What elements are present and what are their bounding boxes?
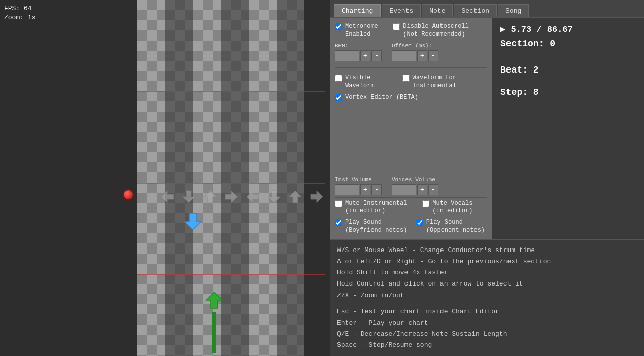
svg-marker-2 — [204, 191, 216, 203]
metronome-row: Metronome Enabled — [335, 23, 383, 39]
tab-bar: Charting Events Note Section Song — [330, 0, 644, 18]
red-line-1 — [137, 91, 325, 92]
arrow-up-2 — [285, 187, 306, 207]
arrow-down-2 — [264, 187, 284, 207]
chart-col-1 — [137, 0, 165, 356]
svg-marker-7 — [311, 191, 323, 203]
green-up-arrow — [203, 290, 225, 312]
hint-3: Hold Control and click on an arrow to se… — [337, 278, 637, 290]
inst-volume-input[interactable]: 0.6 — [335, 184, 359, 195]
offset-plus[interactable]: + — [417, 50, 427, 61]
bpm-input[interactable]: 180 — [335, 50, 359, 61]
visible-waveform-label: Visible Waveform — [345, 74, 392, 90]
hint-8: Q/E - Decrease/Increase Note Sustain Len… — [337, 329, 637, 340]
metronome-label: Metronome Enabled — [345, 23, 383, 39]
svg-marker-4 — [247, 191, 259, 203]
tab-note[interactable]: Note — [422, 4, 453, 17]
hint-spacer — [337, 301, 637, 306]
bpm-offset-row: BPM: 180 + - Offset (ms): 0 + - — [335, 43, 487, 61]
hints-area: W/S or Mouse Wheel - Change Conductor's … — [330, 239, 644, 356]
play-sound-bf-label: Play Sound (Boyfriend notes) — [345, 219, 408, 234]
arrow-down-1 — [179, 187, 199, 207]
disable-autoscroll-label: Disable Autoscroll (Not Recommended) — [403, 23, 487, 39]
bpm-plus[interactable]: + — [360, 50, 370, 61]
step-display: Step: 8 — [500, 87, 636, 97]
divider-1 — [335, 67, 487, 68]
hint-2: Hold Shift to move 4x faster — [337, 267, 637, 278]
svg-marker-9 — [206, 292, 222, 308]
inst-volume-label: Inst Volume — [335, 176, 382, 183]
hint-7: Enter - Play your chart — [337, 317, 637, 329]
mute-instrumental-checkbox[interactable] — [335, 200, 342, 207]
voices-volume-label: Voices Volume — [392, 176, 438, 183]
mute-vocals-checkbox[interactable] — [422, 200, 429, 207]
svg-marker-1 — [183, 191, 195, 203]
inst-volume-group: Inst Volume 0.6 + - — [335, 176, 382, 195]
offset-minus[interactable]: - — [428, 50, 438, 61]
waveform-instrumental-label: Waveform for Instrumental — [413, 74, 487, 90]
visible-waveform-row: Visible Waveform — [335, 74, 392, 90]
left-dark-area — [0, 0, 137, 356]
hint-4: Z/X - Zoom in/out — [337, 290, 637, 301]
svg-marker-3 — [225, 191, 238, 203]
zoom-level: Zoom: 1x — [4, 13, 36, 22]
play-sound-opp-checkbox[interactable] — [416, 219, 423, 226]
disable-autoscroll-row: Disable Autoscroll (Not Recommended) — [393, 23, 487, 39]
panel-content: Metronome Enabled Disable Autoscroll (No… — [330, 18, 644, 239]
tab-section[interactable]: Section — [454, 4, 497, 17]
arrows-row — [157, 187, 327, 207]
vortex-editor-label: Vortex Editor (BETA) — [345, 94, 418, 102]
voices-volume-minus[interactable]: - — [428, 184, 438, 195]
offset-label: Offset (ms): — [392, 43, 438, 49]
play-sound-opp-row: Play Sound (Opponent notes) — [416, 219, 487, 234]
vortex-editor-checkbox[interactable] — [335, 94, 342, 101]
arrow-left-2 — [243, 187, 263, 207]
play-sound-bf-row: Play Sound (Boyfriend notes) — [335, 219, 408, 234]
metronome-checkbox[interactable] — [335, 23, 342, 30]
arrow-right-1 — [221, 187, 242, 207]
volume-row: Inst Volume 0.6 + - Voices Volume 1 + - — [335, 176, 487, 195]
mute-vocals-row: Mute Vocals (in editor) — [422, 200, 487, 216]
right-dark-area — [304, 0, 330, 356]
time-value: 5.73 / 86.67 — [511, 25, 572, 34]
mute-vocals-label: Mute Vocals (in editor) — [432, 200, 487, 216]
red-line-2 — [137, 183, 325, 184]
tab-song[interactable]: Song — [498, 4, 529, 17]
tab-events[interactable]: Events — [382, 4, 421, 17]
chart-col-5 — [249, 0, 277, 356]
inst-volume-plus[interactable]: + — [360, 184, 370, 195]
voices-volume-input[interactable]: 1 — [392, 184, 416, 195]
visible-waveform-checkbox[interactable] — [335, 75, 342, 82]
arrow-stem — [212, 312, 216, 353]
fps-counter: FPS: 64 — [4, 4, 36, 13]
waveform-instrumental-row: Waveform for Instrumental — [402, 74, 487, 90]
offset-input[interactable]: 0 — [392, 50, 416, 61]
beat-display: Beat: 2 — [500, 65, 636, 75]
svg-marker-6 — [289, 191, 301, 203]
chart-col-2 — [165, 0, 193, 356]
bpm-group: BPM: 180 + - — [335, 43, 382, 61]
voices-volume-plus[interactable]: + — [417, 184, 427, 195]
bpm-minus[interactable]: - — [371, 50, 382, 61]
vortex-editor-row: Vortex Editor (BETA) — [335, 94, 487, 102]
chart-col-6 — [277, 0, 304, 356]
play-sound-bf-checkbox[interactable] — [335, 219, 342, 226]
hint-1: A or Left/D or Right - Go to the previou… — [337, 256, 637, 267]
tab-charting[interactable]: Charting — [334, 4, 381, 17]
red-line-3 — [137, 274, 325, 275]
red-ball — [124, 190, 133, 199]
info-panel: ▶ 5.73 / 86.67 Section: 0 Beat: 2 Step: … — [492, 18, 644, 239]
settings-panel: Metronome Enabled Disable Autoscroll (No… — [330, 18, 492, 239]
waveform-instrumental-checkbox[interactable] — [402, 75, 410, 82]
blue-down-arrow — [182, 210, 204, 233]
inst-volume-minus[interactable]: - — [371, 184, 382, 195]
arrow-right-2 — [307, 187, 327, 207]
disable-autoscroll-checkbox[interactable] — [393, 23, 400, 30]
arrow-left-1 — [157, 187, 178, 207]
mute-instrumental-label: Mute Instrumental (in editor) — [345, 200, 414, 216]
bpm-label: BPM: — [335, 43, 382, 49]
volume-section: Inst Volume 0.6 + - Voices Volume 1 + - — [335, 176, 487, 234]
hint-9: Space - Stop/Resume song — [337, 340, 637, 351]
svg-marker-0 — [161, 191, 174, 203]
section-display: Section: 0 — [500, 39, 636, 49]
